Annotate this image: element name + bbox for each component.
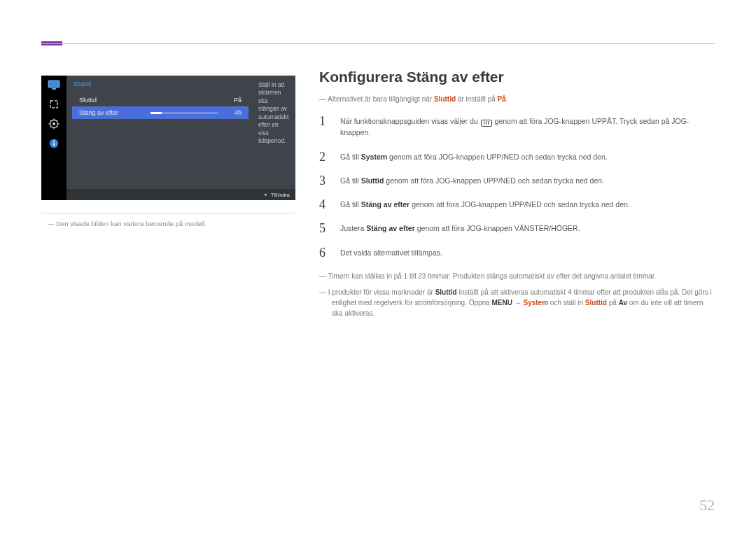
text: på: [607, 299, 619, 307]
caption-rule: [41, 213, 295, 213]
osd-row-stangav: Stäng av efter 4h: [72, 106, 248, 119]
osd-preview: Sluttid Sluttid På Stäng av efter 4h Stä…: [41, 76, 295, 200]
page-title: Konfigurera Stäng av efter: [319, 69, 715, 85]
svg-rect-1: [52, 88, 56, 90]
keyword-av: Av: [619, 299, 627, 307]
keyword-sluttid: Sluttid: [435, 288, 457, 296]
step-2: Gå till System genom att föra JOG-knappe…: [319, 151, 715, 162]
osd-caption: Den visade bilden kan variera beroende p…: [41, 220, 295, 227]
text: genom att föra JOG-knappen UPP/NED och s…: [410, 200, 630, 209]
info-icon: [48, 139, 60, 148]
menu-button-icon: [481, 120, 492, 127]
keyword-system: System: [523, 299, 548, 307]
text: genom att föra JOG-knappen UPP/NED och s…: [387, 153, 608, 161]
text: När funktionsknappsguiden visas väljer d…: [340, 117, 480, 125]
text: och ställ in: [548, 299, 585, 307]
note-timer-range: Timern kan ställas in på 1 till 23 timma…: [319, 271, 715, 281]
osd-description: Ställ in att skärmen ska stängas av auto…: [258, 81, 290, 146]
text: I produkter för vissa marknader är: [328, 288, 435, 296]
header-rule: [41, 43, 715, 44]
osd-row-label: Stäng av efter: [79, 109, 146, 116]
step-5: Justera Stäng av efter genom att föra JO…: [319, 223, 715, 234]
text: genom att föra JOG-knappen VÄNSTER/HÖGER…: [415, 224, 580, 232]
text: Gå till: [340, 153, 361, 161]
osd-footer: ◂ Tillbaka: [66, 189, 295, 200]
svg-rect-0: [48, 80, 59, 87]
step-1: När funktionsknappsguiden visas väljer d…: [319, 115, 715, 139]
text: är inställt på: [456, 95, 497, 103]
page-number: 52: [699, 496, 715, 514]
keyword-menu: MENU: [491, 299, 512, 307]
svg-point-15: [53, 141, 55, 142]
text: Det valda alternativet tillämpas.: [340, 248, 442, 257]
arrow-icon: →: [512, 299, 524, 307]
osd-back-label: Tillbaka: [271, 192, 290, 198]
osd-row-label: Sluttid: [79, 97, 146, 104]
keyword-stangav: Stäng av efter: [361, 200, 410, 209]
text: Alternativet är bara tillgängligt när: [328, 95, 434, 103]
svg-rect-14: [53, 143, 55, 146]
text: Gå till: [340, 200, 361, 209]
triangle-left-icon: ◂: [264, 192, 267, 197]
steps-list: När funktionsknappsguiden visas väljer d…: [319, 115, 715, 258]
osd-row-sluttid: Sluttid På: [72, 94, 248, 106]
step-4: Gå till Stäng av efter genom att föra JO…: [319, 199, 715, 210]
osd-main: Sluttid Sluttid På Stäng av efter 4h Stä…: [66, 76, 295, 200]
svg-rect-2: [50, 101, 57, 108]
note-market: I produkter för vissa marknader är Slutt…: [319, 287, 715, 318]
text: .: [506, 95, 508, 103]
note-availability: Alternativet är bara tillgängligt när Sl…: [319, 94, 715, 104]
monitor-icon: [48, 80, 60, 90]
osd-slider-fill: [150, 112, 162, 114]
osd-sidebar: [41, 76, 66, 200]
osd-row-value: På: [234, 97, 241, 104]
osd-title: Sluttid: [74, 80, 91, 87]
keyword-sluttid: Sluttid: [585, 299, 607, 307]
gear-icon: [48, 119, 60, 129]
keyword-system: System: [361, 153, 387, 161]
step-6: Det valda alternativet tillämpas.: [319, 247, 715, 258]
keyword-sluttid: Sluttid: [361, 176, 384, 185]
step-3: Gå till Sluttid genom att föra JOG-knapp…: [319, 175, 715, 186]
svg-point-4: [52, 122, 55, 125]
text: genom att föra JOG-knappen UPP/NED och s…: [384, 176, 604, 185]
text: Gå till: [340, 176, 361, 185]
crop-icon: [48, 99, 60, 109]
text: Justera: [340, 224, 366, 232]
keyword-stangav: Stäng av efter: [366, 224, 414, 232]
keyword-pa: På: [498, 95, 506, 103]
osd-row-value: 4h: [234, 109, 241, 116]
keyword-sluttid: Sluttid: [434, 95, 456, 103]
osd-slider: [150, 112, 218, 114]
content-column: Konfigurera Stäng av efter Alternativet …: [319, 69, 715, 324]
